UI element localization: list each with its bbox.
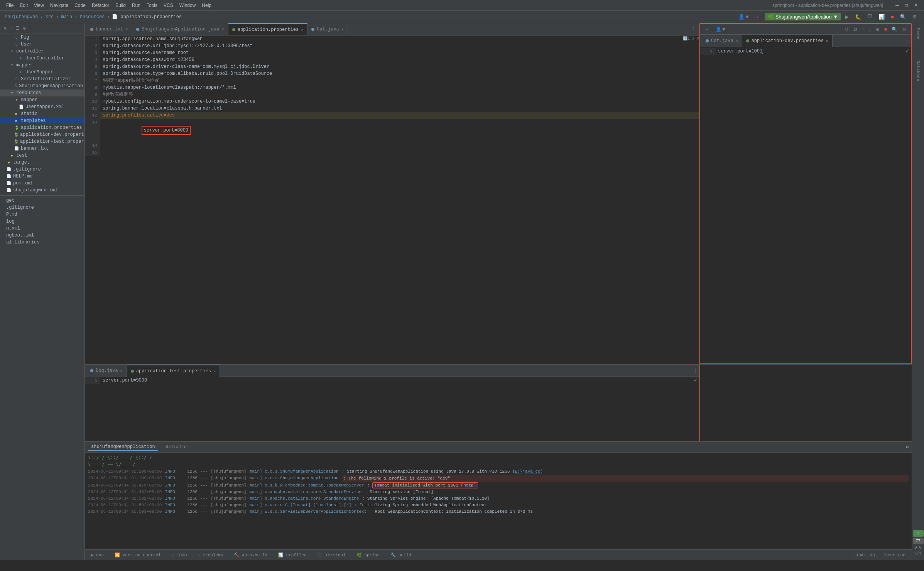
profile-selector[interactable]: 👤▼ [736, 13, 752, 20]
menu-item-code[interactable]: Code [71, 2, 89, 9]
sidebar-item-get[interactable]: get [0, 197, 84, 204]
menu-item-window[interactable]: Window [176, 2, 199, 9]
sidebar-icon-gear[interactable]: ⚙ [22, 25, 26, 32]
menu-item-refactor[interactable]: Refactor [89, 2, 112, 9]
breadcrumb-src[interactable]: src [46, 14, 54, 20]
split-tool-5[interactable]: ⊕ [874, 26, 881, 33]
sidebar-item-pomxml[interactable]: 📄 pom.xml [0, 180, 84, 187]
sidebar-item-usermapper[interactable]: C UserMapper [0, 69, 84, 76]
sidebar-item-usercontroller[interactable]: C UserController [0, 55, 84, 62]
tab-close-cat-java[interactable]: ✕ [341, 27, 344, 32]
sidebar-item-banner-txt[interactable]: 📄 banner.txt [0, 145, 84, 152]
sidebar-item-iml[interactable]: 📄 shujufangwen.iml [0, 187, 84, 194]
tab-close-app-java[interactable]: ✕ [222, 27, 224, 32]
split-tab-close-dev-prop[interactable]: ✕ [826, 39, 828, 43]
menu-item-vcs[interactable]: VCS [160, 2, 176, 9]
bottom-tab-test-properties[interactable]: application-test.properties ✕ [127, 365, 220, 377]
split-tool-search[interactable]: 🔍 [890, 26, 899, 33]
menu-item-build[interactable]: Build [112, 2, 129, 9]
run-config-selector[interactable]: 🌿 ShujufangwenApplication ▼ [765, 13, 841, 20]
sidebar-icon-sort[interactable]: ↕ [9, 25, 13, 32]
sidebar-item-ngboot[interactable]: ngboot.iml [0, 232, 84, 239]
sidebar-icon-collapse[interactable]: — [28, 25, 32, 32]
sidebar-item-nxml[interactable]: n.xml [0, 225, 84, 232]
search-button[interactable]: 🔍 [898, 13, 909, 20]
toolbar-terminal[interactable]: ⬛ Terminal [314, 552, 348, 558]
toolbar-todo[interactable]: ☑ TODO [169, 552, 190, 558]
split-tool-6[interactable]: ■ [883, 26, 889, 33]
stop-button[interactable]: ■ [889, 13, 896, 20]
main-code-editor[interactable]: 1 spring.application.name=shujufangwen 🔢… [85, 35, 699, 364]
sidebar-item-servletinitializer[interactable]: C ServletInitializer [0, 76, 84, 83]
toolbar-run-tab[interactable]: ▶ Run [88, 552, 107, 558]
bottom-code-editor[interactable]: 1 server.port=9000 ✓ [85, 377, 699, 441]
tab-banner-txt[interactable]: banner.txt ✕ [86, 23, 132, 35]
sidebar-item-app-test-properties[interactable]: 🍃 application-test.properties [0, 138, 84, 145]
split-tab-cat-java[interactable]: Cat.java ✕ [702, 35, 742, 47]
sidebar-label-maven[interactable]: Maven [915, 25, 921, 44]
bottom-tab-close-test-prop[interactable]: ✕ [213, 369, 216, 373]
sidebar-item-test[interactable]: ▶ test [0, 152, 84, 159]
menu-item-file[interactable]: File [3, 2, 17, 9]
toolbar-autobuild[interactable]: 🔨 Auto-build [231, 552, 270, 558]
menu-item-view[interactable]: View [31, 2, 47, 9]
sidebar-label-database[interactable]: Database [915, 57, 921, 84]
tab-close-banner[interactable]: ✕ [126, 27, 128, 32]
sidebar-item-usermapper-xml[interactable]: 📄 UserMapper.xml [0, 103, 84, 110]
coverage-button[interactable]: ⛉ [865, 13, 875, 20]
run-panel-tab-actuator[interactable]: Actuator [163, 444, 191, 451]
minimize-button[interactable]: ─ [892, 2, 902, 9]
sidebar-item-pig[interactable]: C Pig [0, 34, 84, 41]
toolbar-build[interactable]: 🔧 Build [387, 552, 414, 558]
menu-item-navigate[interactable]: Navigate [47, 2, 71, 9]
sidebar-item-pmd[interactable]: P.md [0, 211, 84, 218]
split-tab-dev-properties[interactable]: application-dev.properties ✕ [742, 35, 833, 47]
sidebar-item-gitignore2[interactable]: .gitignore [0, 204, 84, 211]
sidebar-item-log[interactable]: log [0, 218, 84, 225]
split-tool-2[interactable]: ⇄ [852, 26, 859, 33]
sidebar-item-mapper[interactable]: ▾ mapper [0, 62, 84, 69]
split-tool-1[interactable]: ↺ [843, 26, 850, 33]
split-tool-back[interactable]: ← [703, 26, 711, 33]
menu-item-run[interactable]: Run [129, 2, 144, 9]
tab-application-java[interactable]: ShujufangwenApplication.java ✕ [132, 23, 228, 35]
sidebar-item-application[interactable]: C ShujufangwenApplication [0, 83, 84, 90]
sidebar-item-app-properties[interactable]: 🍃 application.properties [0, 124, 84, 131]
sidebar-item-libraries[interactable]: al Libraries [0, 239, 84, 246]
tab-cat-java[interactable]: Cat.java ✕ [307, 23, 348, 35]
sidebar-item-resources[interactable]: ▾ resources [0, 90, 84, 96]
menu-item-edit[interactable]: Edit [17, 2, 31, 9]
sidebar-item-static[interactable]: ▶ static [0, 110, 84, 117]
toolbar-problems[interactable]: ⚠ Problems [194, 552, 226, 558]
sidebar-item-user[interactable]: C User [0, 41, 84, 48]
sidebar-item-target[interactable]: ▶ target [0, 159, 84, 166]
back-button[interactable]: ← [753, 13, 763, 20]
breadcrumb-main[interactable]: main [61, 14, 72, 20]
close-button[interactable]: ✕ [911, 2, 921, 9]
log-link-1[interactable]: E:\java_co [515, 469, 541, 474]
maximize-button[interactable]: □ [902, 2, 911, 9]
split-tool-4[interactable]: ↓ [867, 26, 873, 33]
sidebar-item-helpmd[interactable]: 📄 HELP.md [0, 173, 84, 180]
toolbar-event-log[interactable]: Event Log [880, 552, 909, 558]
sidebar-item-mapper-res[interactable]: ▾ mapper [0, 96, 84, 103]
sidebar-item-gitignore[interactable]: 📄 .gitignore [0, 166, 84, 173]
sidebar-item-templates[interactable]: ▶ templates [0, 117, 84, 124]
toolbar-spring[interactable]: 🌿 Spring [353, 552, 383, 558]
split-tab-close-cat[interactable]: ✕ [736, 39, 738, 43]
bottom-tab-close-dog[interactable]: ✕ [120, 368, 123, 373]
sidebar-item-controller[interactable]: ▾ controller [0, 48, 84, 55]
tab-application-properties[interactable]: application.properties ✕ [228, 23, 307, 35]
breadcrumb-project[interactable]: shujufangwen [5, 14, 38, 20]
tab-overflow-menu[interactable]: ⋮ [690, 25, 698, 34]
settings-button[interactable]: ⚙ [910, 13, 919, 20]
run-panel-settings[interactable]: ⚙ [906, 444, 909, 450]
split-tool-profile[interactable]: 👤▼ [714, 26, 728, 33]
sidebar-icon-settings[interactable]: ⚙ [3, 25, 7, 32]
sidebar-icon-filter[interactable]: ☰ [15, 25, 20, 32]
run-panel-tab-app[interactable]: shujufangwenApplication [88, 443, 158, 451]
breadcrumb-resources[interactable]: resources [79, 14, 105, 20]
menu-item-tools[interactable]: Tools [144, 2, 160, 9]
bottom-tab-overflow[interactable]: ⋮ [693, 368, 698, 373]
split-code-editor[interactable]: 1 server.port=1001 ✓ [700, 47, 911, 363]
